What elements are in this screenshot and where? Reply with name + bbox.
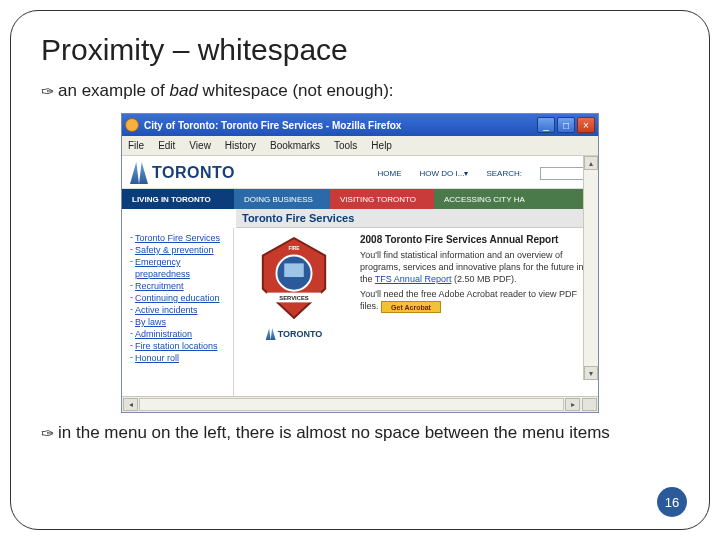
bullet-icon: ✑ <box>41 81 54 103</box>
svg-text:FIRE: FIRE <box>288 246 300 251</box>
browser-menubar: File Edit View History Bookmarks Tools H… <box>122 136 598 156</box>
top-nav: HOME HOW DO I...▾ SEARCH: <box>378 167 590 180</box>
right-column: 2008 Toronto Fire Services Annual Report… <box>354 228 598 396</box>
menu-help[interactable]: Help <box>371 140 392 151</box>
logo-text: TORONTO <box>152 164 235 182</box>
report-link[interactable]: TFS Annual Report <box>375 274 452 284</box>
fire-services-badge-icon: SERVICES FIRE <box>255 234 333 322</box>
svg-text:SERVICES: SERVICES <box>279 295 309 301</box>
window-buttons: _ □ × <box>537 117 595 133</box>
maximize-button[interactable]: □ <box>557 117 575 133</box>
sidebar-link[interactable]: Recruitment <box>135 280 184 292</box>
close-button[interactable]: × <box>577 117 595 133</box>
embedded-screenshot: City of Toronto: Toronto Fire Services -… <box>121 113 599 413</box>
tab-accessing[interactable]: ACCESSING CITY HA <box>434 189 598 209</box>
menu-edit[interactable]: Edit <box>158 140 175 151</box>
nav-home[interactable]: HOME <box>378 169 402 178</box>
article-body-2: You'll need the free Adobe Acrobat reade… <box>360 288 590 313</box>
bullet-1-text: an example of bad whitespace (not enough… <box>58 81 394 101</box>
svg-rect-2 <box>284 263 304 277</box>
horizontal-scrollbar[interactable]: ◂ ▸ <box>122 396 598 412</box>
tab-visiting[interactable]: VISITING TORONTO <box>330 189 434 209</box>
minimize-button[interactable]: _ <box>537 117 555 133</box>
bullet-1: ✑ an example of bad whitespace (not enou… <box>41 81 679 103</box>
article-title: 2008 Toronto Fire Services Annual Report <box>360 234 590 246</box>
sidebar-link[interactable]: Toronto Fire Services <box>135 232 220 244</box>
sidebar-link[interactable]: Administration <box>135 328 192 340</box>
primary-tabs: LIVING IN TORONTO DOING BUSINESS VISITIN… <box>122 189 598 209</box>
menu-view[interactable]: View <box>189 140 211 151</box>
nav-howdo[interactable]: HOW DO I...▾ <box>420 169 469 178</box>
sidebar-link[interactable]: By laws <box>135 316 166 328</box>
left-sidebar: -Toronto Fire Services -Safety & prevent… <box>122 228 234 396</box>
vertical-scrollbar[interactable]: ▴ ▾ <box>583 156 598 380</box>
mini-logo: TORONTO <box>266 328 323 340</box>
nav-search-label: SEARCH: <box>486 169 522 178</box>
sidebar-link[interactable]: Fire station locations <box>135 340 218 352</box>
firefox-icon <box>125 118 139 132</box>
menu-bookmarks[interactable]: Bookmarks <box>270 140 320 151</box>
slide-frame: Proximity – whitespace ✑ an example of b… <box>10 10 710 530</box>
window-titlebar: City of Toronto: Toronto Fire Services -… <box>122 114 598 136</box>
scroll-left-icon[interactable]: ◂ <box>123 398 138 411</box>
page-number-badge: 16 <box>657 487 687 517</box>
sidebar-link[interactable]: Emergency preparedness <box>135 256 229 280</box>
bullet-2-text: in the menu on the left, there is almost… <box>58 423 610 443</box>
sidebar-link[interactable]: Continuing education <box>135 292 220 304</box>
tab-living[interactable]: LIVING IN TORONTO <box>122 189 234 209</box>
menu-tools[interactable]: Tools <box>334 140 357 151</box>
tab-doing[interactable]: DOING BUSINESS <box>234 189 330 209</box>
page-columns: -Toronto Fire Services -Safety & prevent… <box>122 228 598 396</box>
sidebar-link[interactable]: Honour roll <box>135 352 179 364</box>
article-body-1: You'll find statistical information and … <box>360 249 590 285</box>
bullet-2: ✑ in the menu on the left, there is almo… <box>41 423 679 445</box>
menu-history[interactable]: History <box>225 140 256 151</box>
bullet-icon: ✑ <box>41 423 54 445</box>
slide-title: Proximity – whitespace <box>41 33 679 67</box>
scroll-down-icon[interactable]: ▾ <box>584 366 598 380</box>
get-acrobat-button[interactable]: Get Acrobat <box>381 301 441 313</box>
page-content: TORONTO HOME HOW DO I...▾ SEARCH: LIVING… <box>122 156 598 396</box>
center-column: SERVICES FIRE TORONTO <box>234 228 354 396</box>
page-subheading: Toronto Fire Services <box>236 209 598 228</box>
sidebar-link[interactable]: Active incidents <box>135 304 198 316</box>
site-header: TORONTO HOME HOW DO I...▾ SEARCH: <box>122 156 598 189</box>
scroll-right-icon[interactable]: ▸ <box>565 398 580 411</box>
menu-file[interactable]: File <box>128 140 144 151</box>
site-logo[interactable]: TORONTO <box>130 162 235 184</box>
resize-grip-icon[interactable] <box>582 398 597 411</box>
toronto-logo-icon <box>130 162 148 184</box>
window-title: City of Toronto: Toronto Fire Services -… <box>144 120 537 131</box>
toronto-mini-icon <box>266 328 276 340</box>
scroll-up-icon[interactable]: ▴ <box>584 156 598 170</box>
sidebar-link[interactable]: Safety & prevention <box>135 244 214 256</box>
